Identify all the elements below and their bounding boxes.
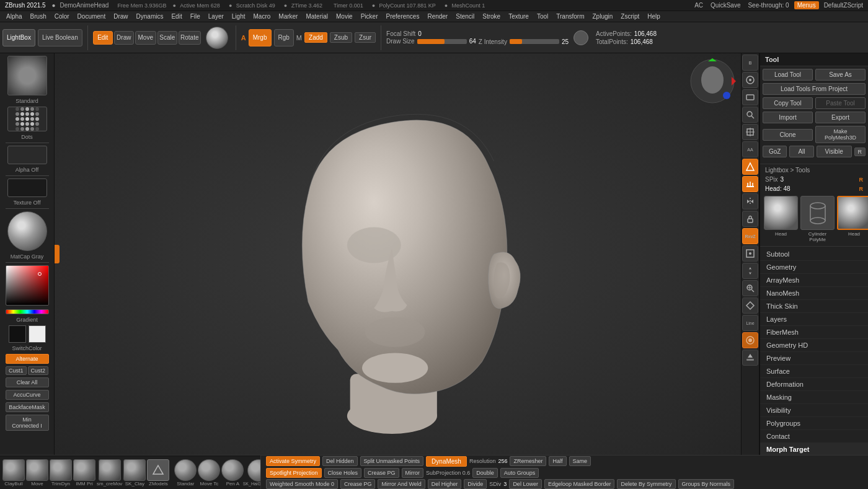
- live-boolean-btn[interactable]: Live Boolean: [38, 29, 82, 46]
- draw-btn[interactable]: Draw: [114, 31, 134, 45]
- cust2-btn[interactable]: Cust2: [28, 366, 49, 375]
- save-as-btn[interactable]: Save As: [815, 69, 866, 81]
- head-thumb1[interactable]: Head: [764, 196, 798, 242]
- menu-movie[interactable]: Movie: [332, 12, 356, 21]
- menu-texture[interactable]: Texture: [505, 12, 533, 21]
- aahalf-btn[interactable]: AA: [742, 141, 758, 157]
- spix-btn[interactable]: [742, 72, 758, 88]
- lsym-btn[interactable]: [742, 193, 758, 209]
- section-arraymesh[interactable]: ArrayMesh: [760, 274, 868, 287]
- zsub-btn[interactable]: Zsub: [330, 32, 352, 43]
- all-btn[interactable]: All: [789, 146, 813, 157]
- goz-btn[interactable]: GoZ: [763, 146, 787, 157]
- brush-zmodeler[interactable]: ZModels: [147, 459, 169, 487]
- mirror-weld-btn[interactable]: Mirror And Weld: [378, 479, 425, 489]
- menu-transform[interactable]: Transform: [552, 12, 588, 21]
- menu-zscript[interactable]: Zscript: [617, 12, 643, 21]
- swatch-white[interactable]: [29, 325, 46, 343]
- transp-btn[interactable]: [742, 332, 758, 348]
- texture-thumb[interactable]: [7, 178, 47, 197]
- rxvz-btn[interactable]: RxvZ: [742, 228, 758, 244]
- paste-tool-btn[interactable]: Paste Tool: [815, 97, 866, 109]
- menu-layer[interactable]: Layer: [205, 12, 228, 21]
- section-nanomesh[interactable]: NanoMesh: [760, 287, 868, 300]
- cust1-btn[interactable]: Cust1: [6, 366, 27, 375]
- menu-light[interactable]: Light: [228, 12, 249, 21]
- load-tools-project-btn[interactable]: Load Tools From Project: [763, 83, 866, 95]
- zremesher-btn[interactable]: ZRemesher: [510, 456, 546, 466]
- brush-pen-a[interactable]: Pen A: [221, 459, 244, 487]
- dots-preview[interactable]: [7, 107, 47, 131]
- make-polymesh-btn[interactable]: Make PolyMesh3D: [815, 126, 866, 143]
- section-fibermesh[interactable]: FiberMesh: [760, 326, 868, 339]
- section-geometry-hd[interactable]: Geometry HD: [760, 339, 868, 352]
- half-btn[interactable]: Half: [549, 456, 566, 466]
- head-thumb2[interactable]: Head: [837, 196, 868, 242]
- lineprb-btn[interactable]: Line: [742, 315, 758, 331]
- menu-picker[interactable]: Picker: [357, 12, 382, 21]
- menu-tool[interactable]: Tool: [533, 12, 552, 21]
- scale-btn[interactable]: Scale: [157, 31, 177, 45]
- section-polygroups[interactable]: Polygroups: [760, 417, 868, 430]
- del-lower-btn[interactable]: Del Lower: [509, 479, 542, 489]
- section-preview[interactable]: Preview: [760, 352, 868, 365]
- color-hue-bar[interactable]: [6, 309, 49, 314]
- brush-move[interactable]: Move: [26, 459, 48, 487]
- activate-symmetry-btn[interactable]: Activate Symmetry: [266, 456, 320, 466]
- symmetry-icon[interactable]: [574, 30, 588, 45]
- frame-btn[interactable]: [742, 245, 758, 262]
- z-intensity-slider[interactable]: [510, 39, 559, 44]
- accu-curve-btn[interactable]: AccuCurve: [6, 390, 49, 400]
- move-btn[interactable]: Move: [135, 31, 156, 45]
- delete-symmetry-btn[interactable]: Delete By Symmetry: [617, 479, 675, 489]
- default-zscript-btn[interactable]: DefaultZScript: [822, 2, 866, 9]
- zadd-btn[interactable]: Zadd: [304, 32, 327, 43]
- section-subtool[interactable]: Subtool: [760, 248, 868, 261]
- menu-document[interactable]: Document: [74, 12, 110, 21]
- menu-stroke[interactable]: Stroke: [479, 12, 504, 21]
- menu-render[interactable]: Render: [423, 12, 451, 21]
- viewport[interactable]: [55, 53, 741, 455]
- menu-file[interactable]: File: [187, 12, 204, 21]
- menu-edit[interactable]: Edit: [167, 12, 185, 21]
- menu-alpha[interactable]: Alpha: [2, 12, 26, 21]
- divide-btn[interactable]: Divide: [464, 479, 487, 489]
- brush-sk-hair[interactable]: SK_HaiGK_Slas: [245, 459, 260, 487]
- visible-btn[interactable]: Visible: [817, 146, 852, 157]
- matcap-thumb[interactable]: [7, 211, 47, 251]
- lightbox-btn[interactable]: LightBox: [2, 29, 35, 46]
- scrb-btn[interactable]: [742, 89, 758, 105]
- rgb-btn[interactable]: Rgb: [274, 29, 294, 46]
- mirror-btn[interactable]: Mirror: [402, 468, 424, 478]
- auto-groups-btn[interactable]: Auto Groups: [500, 468, 539, 478]
- perp-btn[interactable]: [742, 159, 758, 175]
- see-through-btn[interactable]: See-through: 0: [745, 2, 791, 9]
- menu-stencil[interactable]: Stencil: [452, 12, 478, 21]
- section-visibility[interactable]: Visibility: [760, 404, 868, 417]
- export-btn[interactable]: Export: [815, 112, 866, 123]
- clone-btn[interactable]: Clone: [763, 129, 813, 141]
- brush-standard[interactable]: Standar: [174, 459, 197, 487]
- alternate-btn[interactable]: Alternate: [6, 354, 49, 364]
- section-masking[interactable]: Masking: [760, 391, 868, 404]
- menu-marker[interactable]: Marker: [275, 12, 301, 21]
- brush-imm[interactable]: IMM Pri: [73, 459, 95, 487]
- section-layers[interactable]: Layers: [760, 313, 868, 326]
- brush-move-tc[interactable]: Move Tc: [198, 459, 220, 487]
- menu-dynamics[interactable]: Dynamics: [133, 12, 167, 21]
- alpha-thumb[interactable]: [7, 146, 47, 164]
- crease-pg-btn[interactable]: Crease PG: [364, 468, 399, 478]
- menu-color[interactable]: Color: [51, 12, 73, 21]
- edit-btn[interactable]: Edit: [93, 31, 113, 45]
- double-btn[interactable]: Double: [472, 468, 498, 478]
- dynames-btn[interactable]: DynaMesh: [426, 456, 467, 467]
- load-tool-btn[interactable]: Load Tool: [763, 69, 813, 81]
- r-btn[interactable]: R: [854, 148, 866, 156]
- split-unmasked-btn[interactable]: Split Unmasked Points: [360, 456, 424, 466]
- groups-normals-btn[interactable]: Groups By Normals: [678, 479, 735, 489]
- actual-btn[interactable]: [742, 124, 758, 140]
- menu-material[interactable]: Material: [302, 12, 332, 21]
- del-hidden-btn[interactable]: Del Hidden: [322, 456, 358, 466]
- zoom-btn[interactable]: [742, 107, 758, 123]
- brind-btn[interactable]: B: [742, 55, 758, 71]
